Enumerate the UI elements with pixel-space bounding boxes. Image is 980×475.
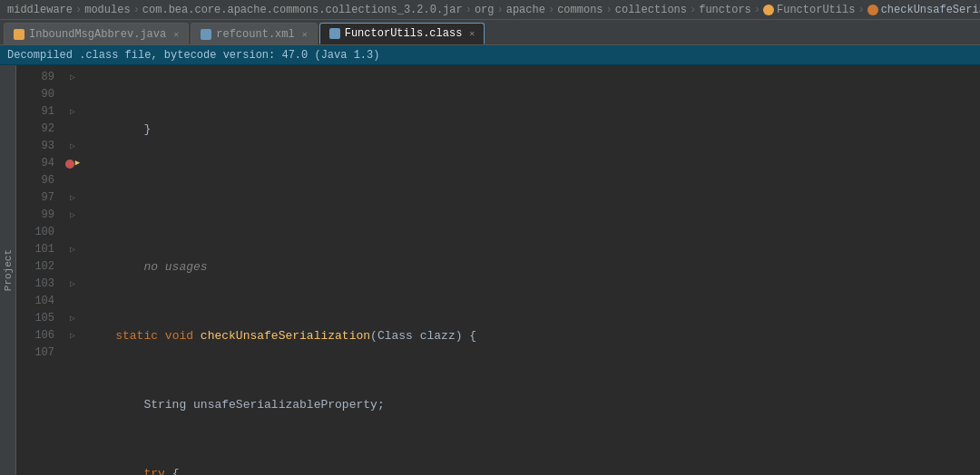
check-unsafe-icon (867, 5, 878, 15)
fold-icon-99[interactable]: ▷ (70, 207, 75, 224)
fold-icon-106[interactable]: ▷ (70, 327, 75, 344)
fold-icon-93[interactable]: ▷ (70, 138, 75, 155)
functor-utils-icon (763, 5, 774, 15)
tab-label-refcount: refcount.xml (216, 28, 294, 41)
code-line-93: try { (83, 465, 980, 475)
breakpoint-94[interactable] (65, 160, 74, 169)
breadcrumb-functors[interactable]: functors (699, 4, 751, 16)
tab-inbound-msg[interactable]: InboundMsgAbbrev.java ✕ (4, 23, 189, 44)
info-bar: Decompiled .class file, bytecode version… (0, 45, 980, 65)
code-line-90 (83, 189, 980, 207)
gutter: ▷ ▷ ▷ ▶ ▷ ▷ ▷ ▷ ▷ ▷ (62, 65, 83, 475)
tab-close-inbound[interactable]: ✕ (173, 29, 179, 40)
breadcrumb-middleware[interactable]: middleware (7, 4, 73, 16)
execution-arrow-94: ▶ (75, 155, 80, 172)
breadcrumb-org[interactable]: org (475, 4, 495, 16)
tab-label-inbound: InboundMsgAbbrev.java (29, 28, 166, 41)
breadcrumb-check-unsafe[interactable]: checkUnsafeSerialization (867, 4, 980, 16)
breadcrumb-functor-utils[interactable]: FunctorUtils (763, 4, 855, 16)
xml-file-icon (201, 29, 211, 40)
tab-close-functor[interactable]: ✕ (469, 28, 475, 39)
code-line-89: } (83, 121, 980, 138)
fold-icon-89[interactable]: ▷ (70, 69, 75, 86)
breadcrumb-apache[interactable]: apache (506, 4, 545, 16)
line-numbers: 89 90 91 92 93 94 96 97 99 100 101 102 1… (16, 65, 62, 475)
code-area: Project 89 90 91 92 93 94 96 97 99 100 1… (0, 65, 980, 475)
tab-functor-utils[interactable]: FunctorUtils.class ✕ (319, 23, 485, 44)
tab-refcount[interactable]: refcount.xml ✕ (191, 23, 317, 44)
info-bar-text: Decompiled .class file, bytecode version… (7, 49, 379, 62)
java-file-icon (14, 29, 24, 40)
class-file-icon (329, 28, 340, 39)
breadcrumb-commons[interactable]: commons (557, 4, 603, 16)
fold-icon-101[interactable]: ▷ (70, 241, 75, 258)
project-panel-label: Project (3, 249, 14, 291)
tab-label-functor: FunctorUtils.class (345, 27, 463, 40)
fold-icon-103[interactable]: ▷ (70, 276, 75, 293)
breadcrumb: middleware › modules › com.bea.core.apac… (0, 0, 980, 20)
project-panel[interactable]: Project (0, 65, 16, 475)
breadcrumb-modules[interactable]: modules (84, 4, 130, 16)
tab-bar: InboundMsgAbbrev.java ✕ refcount.xml ✕ F… (0, 20, 980, 45)
code-no-usages: no usages (83, 258, 980, 276)
code-line-91: static void checkUnsafeSerialization(Cla… (83, 327, 980, 344)
breadcrumb-collections[interactable]: collections (615, 4, 687, 16)
fold-icon-97[interactable]: ▷ (70, 189, 75, 207)
tab-close-refcount[interactable]: ✕ (302, 29, 308, 40)
code-line-92: String unsafeSerializableProperty; (83, 396, 980, 413)
breadcrumb-jar[interactable]: com.bea.core.apache.commons.collections_… (142, 4, 463, 16)
fold-icon-91[interactable]: ▷ (70, 103, 75, 121)
code-content[interactable]: } no usages static void checkUnsafeSeria… (83, 65, 980, 475)
fold-icon-105[interactable]: ▷ (70, 310, 75, 327)
